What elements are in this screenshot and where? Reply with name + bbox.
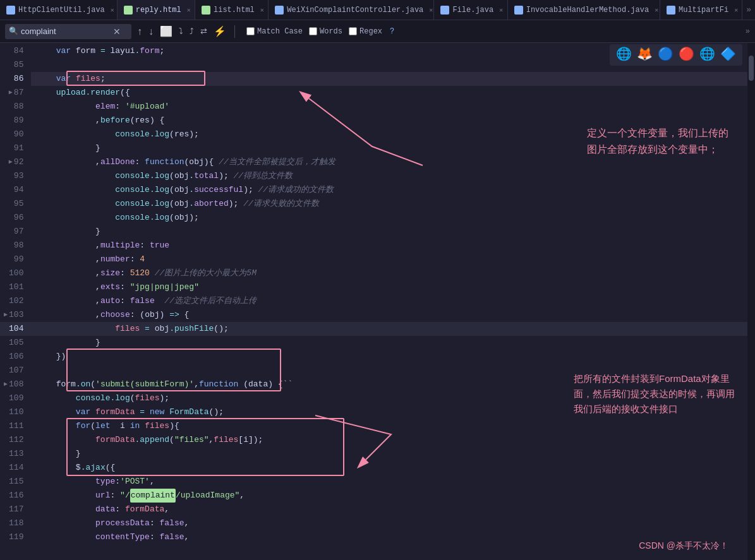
line-num-102: 102 [0,294,31,308]
line-num-107: 107 [0,364,31,378]
words-checkbox[interactable] [309,27,317,35]
search-help-icon[interactable]: ? [390,27,394,36]
line-num-97: 97 [0,225,31,239]
tab-weixin[interactable]: WeiXinComplaintController.java ✕ [269,0,434,20]
tab-label-httpclient: HttpClientUtil.java [18,6,105,15]
line-num-103: ▶103 [0,308,31,322]
line-numbers: 84 85 86 ▶87 88 89 90 91 ▶92 93 94 95 96… [0,43,31,560]
code-line-118: processData: false, [31,516,747,530]
search-prev-button[interactable]: ↑ [135,26,144,37]
search-btn2[interactable]: ⤴ [188,27,196,36]
line-num-94: 94 [0,183,31,197]
code-line-94: console.log(obj.successful); //请求成功的文件数 [31,183,747,197]
line-num-104: 104 [0,322,31,336]
search-options: Match Case Words Regex ? [246,27,394,36]
tab-icon-reply [124,6,133,15]
code-line-101: ,exts: "jpg|png|jpeg" [31,280,747,294]
tab-list[interactable]: list.html ✕ [195,0,269,20]
code-line-102: ,auto: false //选定文件后不自动上传 [31,294,747,308]
line-num-111: 111 [0,419,31,433]
search-input[interactable] [21,27,109,36]
line-num-89: 89 [0,114,31,128]
tab-label-weixin: WeiXinComplaintController.java [287,6,423,15]
tab-close-file[interactable]: ✕ [499,6,503,14]
code-lines[interactable]: var form = layui.form; var files; upload… [31,43,747,560]
tab-invocable[interactable]: InvocableHandlerMethod.java ✕ [508,0,660,20]
code-area: 84 85 86 ▶87 88 89 90 91 ▶92 93 94 95 96… [0,43,755,560]
code-line-110: var formData = new FormData(); [31,405,747,419]
code-line-108: form.on('submit(submitForm)',function (d… [31,378,747,391]
tab-icon-multipart [667,6,675,15]
search-input-wrap: 🔍 ✕ [5,24,131,39]
regex-label: Regex [359,27,382,36]
code-line-107 [31,364,747,378]
line-num-106: 106 [0,350,31,364]
tab-close-httpclient[interactable]: ✕ [111,6,114,14]
tab-close-list[interactable]: ✕ [260,6,264,14]
tab-close-invocable[interactable]: ✕ [655,6,658,14]
line-num-99: 99 [0,253,31,266]
words-label: Words [320,27,342,36]
line-num-118: 118 [0,516,31,530]
line-num-87: ▶87 [0,86,31,100]
search-separator [234,25,235,38]
code-line-103: ,choose: (obj) => { [31,308,747,322]
tab-icon-weixin [275,6,284,15]
line-num-90: 90 [0,128,31,141]
code-line-111: for(let i in files){ [31,419,747,433]
tab-multipart[interactable]: MultipartFi ✕ [660,0,742,20]
search-multiline-button[interactable]: ⬜ [158,25,174,37]
tab-icon-httpclient [6,6,15,15]
search-replace-button[interactable]: ⇄ [198,27,209,36]
line-num-113: 113 [0,447,31,461]
vertical-scrollbar[interactable] [747,43,755,560]
line-num-96: 96 [0,211,31,225]
tab-file[interactable]: File.java ✕ [434,0,507,20]
regex-checkbox[interactable] [349,27,357,35]
tab-close-reply[interactable]: ✕ [187,6,191,14]
code-line-93: console.log(obj.total); //得到总文件数 [31,169,747,183]
tab-label-list: list.html [214,6,255,15]
tab-label-multipart: MultipartFi [679,6,728,15]
search-next-button[interactable]: ↓ [147,26,155,37]
match-case-option[interactable]: Match Case [246,27,303,36]
code-line-114: $.ajax({ [31,461,747,475]
line-num-108: ▶108 [0,378,31,391]
code-line-100: ,size: 5120 //图片上传的大小最大为5M [31,266,747,280]
code-line-85 [31,58,747,72]
scrollbar-thumb[interactable] [749,56,754,81]
tab-reply[interactable]: reply.html ✕ [118,0,195,20]
search-filter-button[interactable]: ⚡ [212,25,228,37]
line-num-91: 91 [0,141,31,155]
words-option[interactable]: Words [309,27,342,36]
line-num-114: 114 [0,461,31,475]
line-num-109: 109 [0,391,31,405]
tab-label-file: File.java [452,6,493,15]
code-line-113: } [31,447,747,461]
tab-label-reply: reply.html [136,6,181,15]
regex-option[interactable]: Regex [349,27,382,36]
search-btn1[interactable]: ⤵ [177,27,185,36]
tab-icon-invocable [514,6,523,15]
line-num-105: 105 [0,336,31,350]
line-num-88: 88 [0,100,31,114]
search-clear-button[interactable]: ✕ [112,27,122,37]
code-line-87: upload.render({ [31,86,747,100]
search-bar: 🔍 ✕ ↑ ↓ ⬜ ⤵ ⤴ ⇄ ⚡ Match Case Words Regex… [0,20,755,43]
tab-httpclient[interactable]: HttpClientUtil.java ✕ [0,0,118,20]
tab-close-weixin[interactable]: ✕ [429,6,433,14]
search-expand-button[interactable]: » [746,27,750,36]
match-case-checkbox[interactable] [246,27,255,35]
more-tabs-button[interactable]: » [742,5,755,15]
code-line-106: }) [31,350,747,364]
code-line-98: ,multiple: true [31,239,747,253]
tab-icon-list [202,6,210,15]
code-line-119: contentType: false, [31,530,747,544]
code-line-90: console.log(res); [31,128,747,141]
tab-close-multipart[interactable]: ✕ [734,6,738,14]
line-num-115: 115 [0,475,31,489]
code-line-92: ,allDone: function(obj){ //当文件全部被提交后，才触发 [31,155,747,169]
match-case-label: Match Case [257,27,303,36]
code-line-104: files = obj.pushFile(); [31,322,747,336]
code-line-97: } [31,225,747,239]
